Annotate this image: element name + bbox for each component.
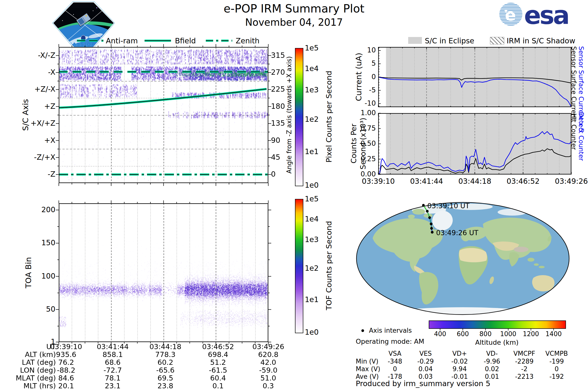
toa-ytick: 200 — [7, 205, 55, 214]
pixel-colorbar — [295, 48, 303, 186]
pixel-colorbar-tick: 1e4 — [305, 64, 319, 73]
ephemeris-cell: 778.3 — [144, 350, 186, 359]
altitude-tick: 600 — [452, 330, 474, 338]
ephemeris-cell: 78.1 — [92, 374, 134, 382]
pixel-colorbar-tick: 1e1 — [305, 147, 319, 156]
sc-axis-ytick: -X/-Z — [7, 51, 55, 60]
voltage-cell: 9.94 — [442, 365, 477, 373]
voltage-cell: -199 — [540, 358, 574, 365]
pixel-colorbar-tick: 1e5 — [305, 44, 319, 52]
sc-axis-ytick: +Z — [7, 102, 55, 110]
sc-axis-ytick: -Z/+X — [7, 153, 55, 162]
antiram-legend-line — [76, 39, 104, 43]
counts-ytick: 0.25 — [340, 155, 376, 163]
time-xtick: 03:44:18 — [452, 177, 498, 186]
axis-intervals-dot-icon — [362, 329, 364, 332]
sc-axis-ytick: +X — [7, 136, 55, 144]
sc-axis-ytick: -Z — [7, 170, 55, 178]
voltage-col-header: VCMPB — [540, 350, 574, 357]
voltage-cell: -178 — [378, 373, 412, 380]
angle-axis-ytick: 45 — [271, 153, 293, 162]
voltage-col-header: VSA — [378, 350, 412, 357]
ephemeris-cell: 84.6 — [45, 374, 87, 382]
track-end-time-label: 03:49:26 UT — [436, 229, 478, 237]
ephemeris-cell: 03:44:18 — [144, 342, 186, 351]
ephemeris-cell: 935.6 — [45, 350, 87, 359]
ephemeris-cell: -65.6 — [144, 366, 186, 374]
voltage-col-header: VD- — [475, 350, 509, 357]
ephemeris-cell: 23.8 — [144, 382, 186, 390]
sc-axis-ytick: +Z/-X — [7, 85, 55, 93]
produced-by-note: Produced by irm_summary version 5 — [356, 379, 490, 388]
altitude-tick: 400 — [429, 330, 451, 338]
altitude-tick: 1200 — [520, 330, 542, 338]
operating-mode-label: Operating mode: AM — [356, 338, 424, 345]
voltage-cell: -0.29 — [408, 358, 443, 365]
angle-axis-label: Angle from -Z axis (towards +X axis) — [285, 42, 293, 188]
legend-label-eclipse: S/C in Eclipse — [425, 36, 474, 45]
pixel-colorbar-label: Pixel Counts per Second — [324, 43, 334, 190]
zenith-legend-line — [205, 39, 233, 43]
toa-ytick: 150 — [7, 238, 55, 247]
voltage-cell: -2213 — [507, 373, 542, 380]
pixel-colorbar-tick: 1e3 — [305, 86, 319, 94]
current-ytick: -10 — [340, 99, 376, 107]
voltage-cell: 0.01 — [475, 373, 509, 380]
page-title: e-POP IRM Summary Plot — [159, 2, 429, 15]
ephemeris-cell: 0.1 — [197, 382, 239, 390]
ephemeris-cell: 03:49:26 — [248, 342, 289, 351]
altitude-tick: 800 — [474, 330, 496, 338]
counter-rates-plot — [378, 113, 571, 174]
voltage-cell: -2289 — [507, 358, 542, 365]
tof-colorbar — [295, 199, 303, 333]
angle-axis-ytick: 0 — [271, 170, 293, 178]
voltage-cell: 0.02 — [475, 365, 509, 373]
voltage-cell: -9.96 — [475, 358, 509, 365]
epop-irm-summary-page: CASSIOPE e-POP IRM Summary Plot November… — [0, 0, 588, 392]
voltage-cell: -0.02 — [442, 358, 477, 365]
axis-intervals-label: Axis intervals — [369, 327, 412, 334]
altitude-colorbar-label: Altitude (km) — [429, 338, 565, 346]
altitude-tick: 1000 — [497, 330, 519, 338]
legend-label-antiram: Anti-ram — [106, 36, 138, 45]
ephemeris-cell: 20.1 — [45, 382, 87, 390]
counts-ytick: 0.50 — [340, 140, 376, 148]
toa-ytick: 100 — [7, 272, 55, 280]
legend-label-shadow: IRM in S/C Shadow — [507, 36, 575, 45]
pixel-colorbar-tick: 1e2 — [305, 115, 319, 124]
ephemeris-cell: 03:39:10 — [45, 342, 87, 351]
counts-ytick: 1.00 — [340, 109, 376, 117]
sc-axis-ytick: -X — [7, 68, 55, 76]
current-ytick: 0 — [340, 73, 376, 81]
ephemeris-cell: 698.4 — [197, 350, 239, 359]
angle-axis-ytick: 180 — [271, 102, 293, 110]
angle-axis-ytick: 270 — [271, 68, 293, 76]
tof-colorbar-tick: 1e2 — [305, 264, 319, 272]
esa-wordmark: esa — [524, 1, 568, 28]
time-xtick: 03:46:52 — [500, 177, 546, 186]
angle-axis-ytick: 135 — [271, 119, 293, 128]
toa-ytick: 50 — [7, 305, 55, 313]
angle-axis-ytick: 225 — [271, 85, 293, 93]
ground-track-map — [356, 202, 570, 316]
ephemeris-cell: 03:46:52 — [197, 342, 239, 351]
voltage-cell: 0 — [540, 365, 574, 373]
ephemeris-cell: 68.6 — [92, 358, 134, 366]
sc-axis-ylabel: S/C Axis — [20, 42, 30, 188]
voltage-col-header: VD+ — [442, 350, 477, 357]
voltage-cell: 0.03 — [408, 373, 443, 380]
voltage-cell: -0.01 — [442, 373, 477, 380]
current-ytick: 5 — [340, 59, 376, 68]
pixel-colorbar-tick: 1e0 — [305, 181, 319, 190]
voltage-cell: -348 — [378, 358, 412, 365]
ephemeris-cell: 42.0 — [248, 358, 289, 366]
ephemeris-cell: 69.5 — [144, 374, 186, 382]
tof-colorbar-tick: 1e3 — [305, 235, 319, 244]
legend-label-bfield: Bfield — [175, 36, 196, 45]
current-ytick: -5 — [340, 86, 376, 94]
voltage-cell: -192 — [540, 373, 574, 380]
angle-axis-ytick: 90 — [271, 136, 293, 144]
sc-axis-spectrogram-plot — [59, 47, 268, 183]
ephemeris-cell: -59.0 — [248, 366, 289, 374]
ephemeris-cell: -72.7 — [92, 366, 134, 374]
